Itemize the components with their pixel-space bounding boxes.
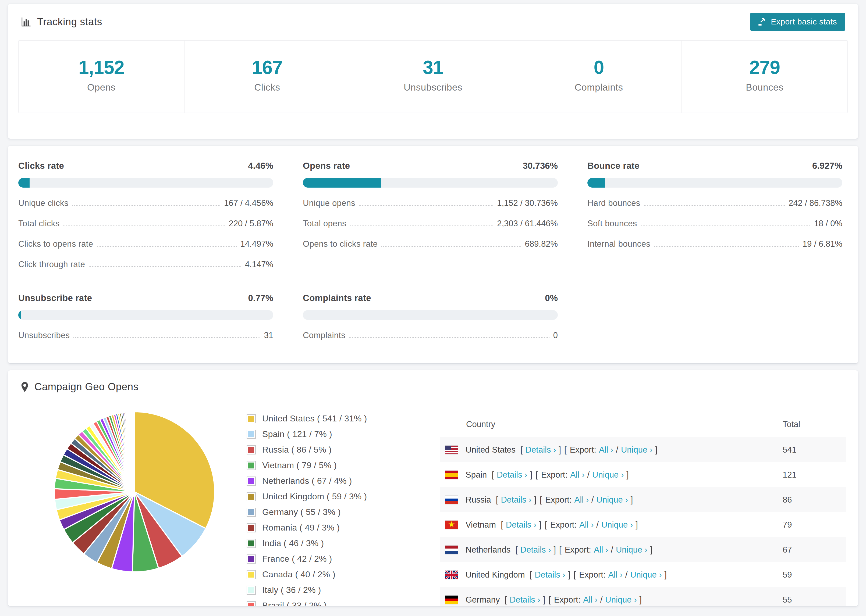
rate-title: Clicks rate: [18, 161, 64, 171]
rate-progress-bar: [18, 178, 273, 188]
table-row: Germany [Details ›] [Export: All › / Uni…: [440, 587, 846, 606]
legend-item[interactable]: Germany ( 55 / 3% ): [247, 507, 373, 517]
table-row: Spain [Details ›] [Export: All › / Uniqu…: [440, 462, 846, 487]
rate-stat-value: 1,152 / 30.736%: [497, 198, 558, 208]
rate-progress-bar: [587, 178, 842, 188]
details-link[interactable]: Details ›: [497, 470, 527, 480]
rate-stat-value: 14.497%: [241, 239, 273, 249]
summary-stat: 279 Bounces: [682, 41, 847, 113]
legend-label: Canada ( 40 / 2% ): [262, 569, 335, 580]
legend-item[interactable]: Netherlands ( 67 / 4% ): [247, 476, 373, 486]
dotted-leader: [97, 246, 236, 247]
summary-stat-label: Opens: [19, 82, 184, 93]
export-all-link[interactable]: All ›: [579, 520, 594, 530]
table-row: Russia [Details ›] [Export: All › / Uniq…: [440, 487, 846, 512]
export-unique-link[interactable]: Unique ›: [597, 495, 628, 505]
legend-item[interactable]: France ( 42 / 2% ): [247, 554, 373, 564]
legend-swatch: [247, 601, 256, 606]
export-all-link[interactable]: All ›: [594, 545, 608, 555]
export-all-link[interactable]: All ›: [608, 570, 622, 580]
legend-swatch: [247, 555, 256, 564]
rate-stat-label: Total clicks: [18, 219, 60, 228]
export-unique-link[interactable]: Unique ›: [592, 470, 624, 480]
legend-label: Netherlands ( 67 / 4% ): [262, 476, 352, 486]
rate-stat-value: 689.82%: [525, 239, 558, 249]
rate-title: Complaints rate: [303, 293, 371, 303]
legend-label: Italy ( 36 / 2% ): [262, 585, 321, 595]
export-unique-link[interactable]: Unique ›: [601, 520, 633, 530]
legend-item[interactable]: Romania ( 49 / 3% ): [247, 523, 373, 533]
table-row: United Kingdom [Details ›] [Export: All …: [440, 562, 846, 587]
legend-swatch: [247, 414, 256, 423]
export-icon: [757, 17, 767, 26]
export-unique-link[interactable]: Unique ›: [630, 570, 661, 580]
summary-stat-value: 31: [350, 57, 516, 78]
details-link[interactable]: Details ›: [520, 545, 551, 555]
rate-stat-value: 4.147%: [245, 259, 273, 269]
dotted-leader: [350, 225, 493, 226]
geo-table: Country Total United States [Details ›] …: [440, 410, 846, 606]
tracking-stats-header: Tracking stats Export basic stats: [8, 4, 858, 38]
export-all-link[interactable]: All ›: [599, 445, 613, 455]
rate-stat-value: 0: [553, 331, 558, 340]
legend-label: Spain ( 121 / 7% ): [262, 429, 332, 439]
legend-item[interactable]: Italy ( 36 / 2% ): [247, 585, 373, 595]
country-total: 121: [783, 470, 846, 480]
country-name: United States: [466, 445, 516, 455]
legend-item[interactable]: Russia ( 86 / 5% ): [247, 445, 373, 455]
geo-pie-chart[interactable]: [52, 410, 216, 575]
legend-item[interactable]: Canada ( 40 / 2% ): [247, 569, 373, 580]
dotted-leader: [644, 205, 785, 206]
export-unique-link[interactable]: Unique ›: [621, 445, 652, 455]
rate-stat-label: Soft bounces: [587, 219, 637, 228]
legend-item[interactable]: Vietnam ( 79 / 5% ): [247, 460, 373, 470]
details-link[interactable]: Details ›: [526, 445, 556, 455]
legend-item[interactable]: Spain ( 121 / 7% ): [247, 429, 373, 439]
legend-item[interactable]: United States ( 541 / 31% ): [247, 413, 373, 424]
bar-chart-icon: [20, 16, 31, 27]
summary-stat-value: 1,152: [19, 57, 184, 78]
rate-value: 4.46%: [248, 161, 273, 171]
rate-stat-value: 220 / 5.87%: [229, 219, 273, 228]
country-flag-icon: [445, 545, 458, 554]
rate-stat-row: Unsubscribes 31: [18, 331, 273, 340]
export-unique-link[interactable]: Unique ›: [605, 595, 636, 605]
geo-section-title: Campaign Geo Opens: [35, 381, 139, 393]
export-all-link[interactable]: All ›: [570, 470, 584, 480]
country-name: United Kingdom: [466, 570, 525, 580]
rate-stat-row: Unique clicks 167 / 4.456%: [18, 198, 273, 208]
rate-progress-fill: [587, 178, 605, 188]
country-name: Spain: [466, 470, 487, 480]
legend-item[interactable]: Brazil ( 33 / 2% ): [247, 601, 373, 606]
summary-stat-label: Clicks: [184, 82, 350, 93]
legend-item[interactable]: United Kingdom ( 59 / 3% ): [247, 492, 373, 501]
rate-title: Bounce rate: [587, 161, 639, 171]
details-link[interactable]: Details ›: [506, 520, 537, 530]
rate-stat-row: Complaints 0: [303, 331, 558, 340]
rate-stat-label: Unique clicks: [18, 198, 69, 208]
dotted-leader: [641, 225, 810, 226]
details-link[interactable]: Details ›: [501, 495, 531, 505]
country-flag-icon: [445, 570, 458, 579]
legend-label: United States ( 541 / 31% ): [262, 413, 367, 424]
summary-stat: 167 Clicks: [184, 41, 350, 113]
export-unique-link[interactable]: Unique ›: [616, 545, 647, 555]
rate-stat-label: Total opens: [303, 219, 346, 228]
export-basic-stats-button[interactable]: Export basic stats: [750, 13, 845, 31]
rate-stat-value: 242 / 86.738%: [789, 198, 842, 208]
rate-stat-row: Opens to clicks rate 689.82%: [303, 239, 558, 249]
country-total: 67: [783, 545, 846, 555]
export-all-link[interactable]: All ›: [575, 495, 589, 505]
country-total: 55: [783, 595, 846, 605]
rate-value: 6.927%: [812, 161, 842, 171]
legend-item[interactable]: India ( 46 / 3% ): [247, 538, 373, 548]
country-total: 541: [783, 445, 846, 455]
dotted-leader: [72, 205, 220, 206]
country-flag-icon: [445, 446, 458, 454]
rate-stat-label: Opens to clicks rate: [303, 239, 378, 249]
export-all-link[interactable]: All ›: [583, 595, 597, 605]
rate-stat-row: Clicks to opens rate 14.497%: [18, 239, 273, 249]
dotted-leader: [381, 246, 521, 247]
details-link[interactable]: Details ›: [535, 570, 565, 580]
details-link[interactable]: Details ›: [510, 595, 540, 605]
